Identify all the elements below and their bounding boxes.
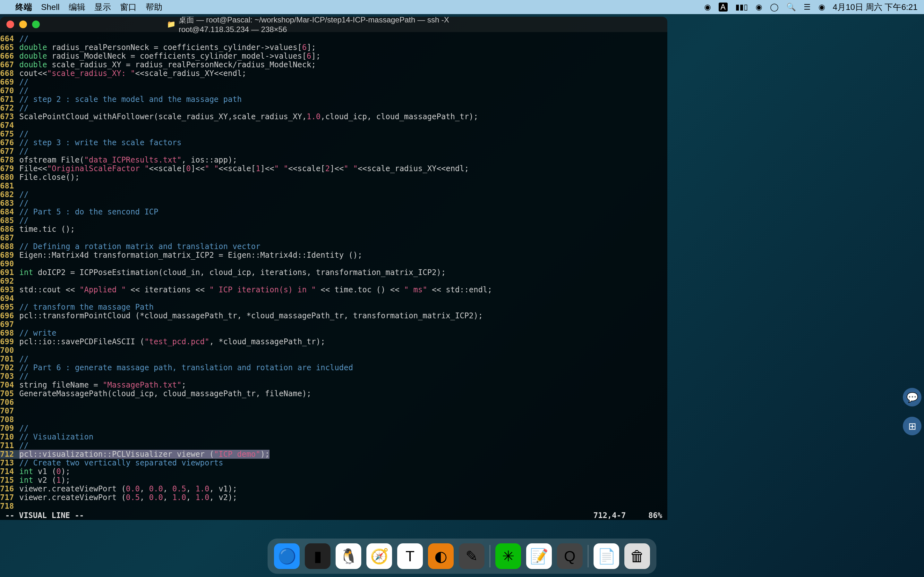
menu-help[interactable]: 帮助: [145, 2, 162, 13]
code-line[interactable]: 696pcl::transformPointCloud (*cloud_mass…: [0, 311, 667, 320]
code-line[interactable]: 701//: [0, 355, 667, 364]
code-line[interactable]: 683//: [0, 199, 667, 208]
user-icon[interactable]: ◯: [770, 3, 779, 11]
code-line[interactable]: 711//: [0, 442, 667, 450]
code-line[interactable]: 686time.tic ();: [0, 225, 667, 234]
code-line[interactable]: 669//: [0, 78, 667, 87]
code-line[interactable]: 693std::cout << "Applied " << iterations…: [0, 285, 667, 294]
code-editor[interactable]: 664//665double radius_realPersonNeck = c…: [0, 32, 667, 513]
code-line[interactable]: 664//: [0, 35, 667, 43]
code-line[interactable]: 706: [0, 398, 667, 407]
code-text: [19, 398, 667, 407]
code-line[interactable]: 680File.close();: [0, 173, 667, 182]
minimize-button[interactable]: [19, 21, 27, 28]
code-line[interactable]: 674: [0, 121, 667, 130]
line-number: 671: [0, 95, 19, 104]
code-line[interactable]: 668cout<<"scale_radius_XY: "<<scale_radi…: [0, 69, 667, 78]
code-line[interactable]: 714int v1 (0);: [0, 467, 667, 476]
code-line[interactable]: 682//: [0, 190, 667, 199]
code-text: //: [19, 190, 667, 199]
code-line[interactable]: 717viewer.createViewPort (0.5, 0.0, 1.0,…: [0, 493, 667, 502]
code-line[interactable]: 684// Part 5 : do the sencond ICP: [0, 208, 667, 216]
dock-item-trash[interactable]: 🗑: [624, 543, 650, 569]
dock-item-terminal[interactable]: ▮: [305, 543, 330, 569]
dock-item-blender[interactable]: ◐: [428, 543, 454, 569]
code-line[interactable]: 704string fileName = "MassagePath.txt";: [0, 381, 667, 390]
code-line[interactable]: 666double radius_ModelNeck = coefficient…: [0, 52, 667, 61]
code-line[interactable]: 691int doICP2 = ICPPoseEstimation(cloud_…: [0, 268, 667, 277]
code-line[interactable]: 689Eigen::Matrix4d transformation_matrix…: [0, 251, 667, 259]
code-line[interactable]: 707: [0, 407, 667, 416]
menubar-clock[interactable]: 4月10日 周六 下午6:21: [833, 2, 918, 13]
code-line[interactable]: 687: [0, 234, 667, 242]
code-text: [19, 294, 667, 303]
code-text: std::cout << "Applied " << iterations <<…: [19, 285, 667, 294]
code-line[interactable]: 676// step 3 : write the scale factors: [0, 139, 667, 147]
close-button[interactable]: [6, 21, 14, 28]
window-title: 📁 桌面 — root@Pascal: ~/workshop/Mar-ICP/s…: [167, 17, 501, 34]
spotlight-icon[interactable]: 🔍: [787, 3, 796, 11]
code-line[interactable]: 710// Visualization: [0, 433, 667, 442]
app-menu[interactable]: 终端: [15, 2, 32, 13]
code-line[interactable]: 675//: [0, 130, 667, 139]
code-line[interactable]: 716viewer.createViewPort (0.0, 0.0, 0.5,…: [0, 485, 667, 493]
code-line[interactable]: 690: [0, 259, 667, 268]
code-line[interactable]: 703//: [0, 372, 667, 381]
code-line[interactable]: 671// step 2 : scale the model and the m…: [0, 95, 667, 104]
siri-icon[interactable]: ◉: [819, 3, 825, 11]
dock-item-qq[interactable]: 🐧: [336, 543, 361, 569]
code-line[interactable]: 677//: [0, 147, 667, 156]
wifi-icon[interactable]: ◉: [756, 3, 762, 11]
code-line[interactable]: 718: [0, 502, 667, 511]
code-line[interactable]: 667double scale_radius_XY = radius_realP…: [0, 61, 667, 69]
code-line[interactable]: 670//: [0, 87, 667, 95]
menu-edit[interactable]: 编辑: [69, 2, 86, 13]
code-line[interactable]: 694: [0, 294, 667, 303]
code-line[interactable]: 698// write: [0, 329, 667, 338]
code-line[interactable]: 695// transform the massage Path: [0, 303, 667, 311]
code-text: viewer.createViewPort (0.5, 0.0, 1.0, 1.…: [19, 493, 667, 502]
code-line[interactable]: 700: [0, 346, 667, 355]
dock-item-wechat[interactable]: ✳: [495, 543, 521, 569]
code-line[interactable]: 673ScalePointCloud_withAFollower(scale_r…: [0, 113, 667, 121]
code-line[interactable]: 702// Part 6 : generate massage path, tr…: [0, 364, 667, 372]
dock-item-finder[interactable]: 🔵: [274, 543, 300, 569]
screen-record-icon[interactable]: ◉: [704, 3, 711, 11]
code-line[interactable]: 715int v2 (1);: [0, 476, 667, 485]
control-center-icon[interactable]: ☰: [804, 3, 811, 11]
dock-item-notes[interactable]: 📝: [526, 543, 552, 569]
code-line[interactable]: 678ofstream File("data_ICPResults.txt", …: [0, 156, 667, 164]
dock-item-textedit[interactable]: T: [397, 543, 423, 569]
code-line[interactable]: 712pcl::visualization::PCLVisualizer vie…: [0, 450, 667, 459]
code-line[interactable]: 699pcl::io::savePCDFileASCII ("test_pcd.…: [0, 338, 667, 346]
code-text: //: [19, 372, 667, 381]
dock-item-safari[interactable]: 🧭: [367, 543, 392, 569]
input-method-icon[interactable]: A: [719, 3, 728, 11]
code-line[interactable]: 665double radius_realPersonNeck = coeffi…: [0, 43, 667, 52]
code-line[interactable]: 681: [0, 182, 667, 190]
grid-badge-icon[interactable]: ⊞: [903, 417, 921, 435]
battery-icon[interactable]: ▮▮▯: [735, 3, 748, 11]
line-number: 665: [0, 43, 19, 52]
window-titlebar[interactable]: 📁 桌面 — root@Pascal: ~/workshop/Mar-ICP/s…: [0, 17, 667, 32]
zoom-button[interactable]: [32, 21, 40, 28]
menu-view[interactable]: 显示: [94, 2, 111, 13]
code-line[interactable]: 713// Create two vertically separated vi…: [0, 459, 667, 467]
code-line[interactable]: 692: [0, 277, 667, 285]
code-line[interactable]: 685//: [0, 216, 667, 225]
code-text: // transform the massage Path: [19, 303, 667, 311]
menu-window[interactable]: 窗口: [120, 2, 137, 13]
code-line[interactable]: 672//: [0, 104, 667, 113]
dock-item-file[interactable]: 📄: [594, 543, 619, 569]
dock-item-markdown[interactable]: ✎: [459, 543, 485, 569]
code-line[interactable]: 708: [0, 416, 667, 424]
code-line[interactable]: 688// Defining a rotation matrix and tra…: [0, 242, 667, 251]
code-line[interactable]: 697: [0, 320, 667, 329]
code-line[interactable]: 679File<<"OriginalScaleFactor "<<scale[0…: [0, 164, 667, 173]
dock-item-quicktime[interactable]: Q: [557, 543, 583, 569]
chat-badge-icon[interactable]: 💬: [903, 388, 921, 406]
code-line[interactable]: 709//: [0, 424, 667, 433]
code-line[interactable]: 705GenerateMassagePath(cloud_icp, cloud_…: [0, 390, 667, 398]
code-text: // step 3 : write the scale factors: [19, 139, 667, 147]
menu-shell[interactable]: Shell: [41, 2, 60, 12]
